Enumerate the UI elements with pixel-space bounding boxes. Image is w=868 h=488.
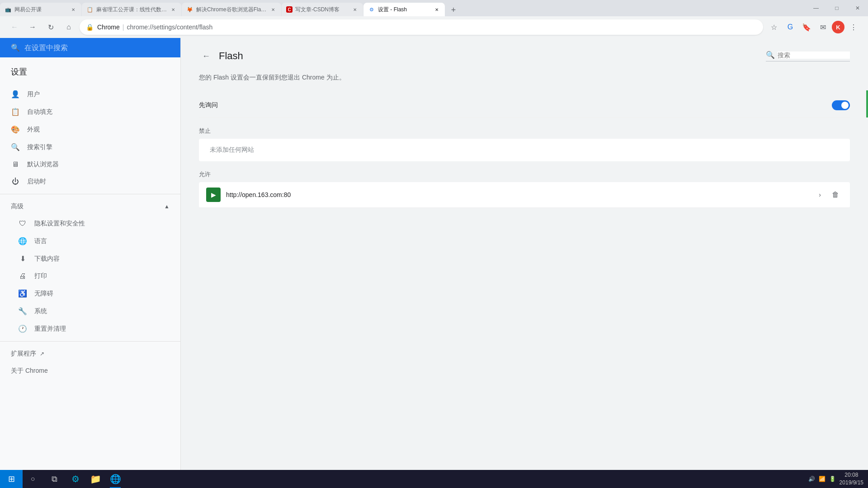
taskbar-search-icon: ○ <box>31 475 35 483</box>
allow-section-label: 允许 <box>199 170 850 178</box>
menu-icon[interactable]: ⋮ <box>846 20 861 34</box>
profile-google-icon[interactable]: G <box>783 20 797 34</box>
tab-chrome-flash[interactable]: 🦊 解决Chrome谷歌浏览器Flash插... ✕ <box>182 3 281 16</box>
taskbar-app-fan[interactable]: ⚙ <box>66 470 85 488</box>
sidebar-item-system[interactable]: 🔧 系统 <box>0 302 180 320</box>
sidebar-label-reset: 重置并清理 <box>34 325 66 333</box>
sidebar-divider-2 <box>0 341 180 342</box>
sidebar-label-download: 下载内容 <box>34 255 60 263</box>
mail-icon[interactable]: ✉ <box>816 20 830 34</box>
new-tab-button[interactable]: + <box>447 4 460 16</box>
tab-title-csdn: 写文章-CSDN博客 <box>295 6 349 14</box>
tab-close-mit[interactable]: ✕ <box>170 6 177 13</box>
allowed-site-item[interactable]: ▶ http://open.163.com:80 › 🗑 <box>199 182 850 208</box>
ask-first-toggle[interactable] <box>832 100 850 110</box>
taskbar: ⊞ ○ ⧉ ⚙ 📁 🌐 🔊 📶 🔋 20:08 2019/9/15 <box>0 470 868 488</box>
sidebar-item-about[interactable]: 关于 Chrome <box>0 362 180 380</box>
search-settings-input[interactable] <box>24 44 170 52</box>
system-icon: 🔧 <box>18 307 27 315</box>
tab-title-chrome-flash: 解决Chrome谷歌浏览器Flash插... <box>196 6 268 14</box>
tab-csdn[interactable]: C 写文章-CSDN博客 ✕ <box>282 3 363 16</box>
window-controls: — □ ✕ <box>806 0 868 16</box>
sidebar-item-download[interactable]: ⬇ 下载内容 <box>0 250 180 267</box>
tab-wangyi[interactable]: 📺 网易公开课 ✕ <box>0 3 81 16</box>
sidebar-label-appearance: 外观 <box>27 126 40 134</box>
sidebar-item-print[interactable]: 🖨 打印 <box>0 267 180 285</box>
site-url-text: http://open.163.com:80 <box>226 191 819 198</box>
back-button[interactable]: ← <box>199 49 213 63</box>
tab-favicon-chrome-flash: 🦊 <box>186 6 193 13</box>
autofill-icon: 📋 <box>11 108 20 116</box>
close-button[interactable]: ✕ <box>847 0 868 16</box>
tab-title-mit: 麻省理工公开课：线性代数_矩形... <box>96 6 168 14</box>
bookmark-star-icon[interactable]: ☆ <box>767 20 781 34</box>
taskbar-task-view[interactable]: ⧉ <box>45 470 63 488</box>
url-separator: | <box>123 23 124 31</box>
taskbar-date-text: 2019/9/15 <box>840 479 863 487</box>
privacy-icon: 🛡 <box>18 220 27 228</box>
sidebar-item-appearance[interactable]: 🎨 外观 <box>0 121 180 138</box>
sidebar-item-users[interactable]: 👤 用户 <box>0 85 180 103</box>
sidebar-item-reset[interactable]: 🕐 重置并清理 <box>0 320 180 338</box>
sidebar-advanced-arrow: ▲ <box>164 203 170 210</box>
tab-close-chrome-flash[interactable]: ✕ <box>269 6 277 13</box>
sidebar-item-startup[interactable]: ⏻ 启动时 <box>0 173 180 190</box>
taskbar-right: 🔊 📶 🔋 20:08 2019/9/15 <box>808 471 868 487</box>
sidebar-item-privacy[interactable]: 🛡 隐私设置和安全性 <box>0 215 180 232</box>
sidebar-item-default-browser[interactable]: 🖥 默认浏览器 <box>0 156 180 173</box>
back-button[interactable]: ← <box>7 20 22 34</box>
taskbar-datetime: 20:08 2019/9/15 <box>840 471 863 487</box>
titlebar: 📺 网易公开课 ✕ 📋 麻省理工公开课：线性代数_矩形... ✕ 🦊 解决Chr… <box>0 0 868 16</box>
tab-favicon-mit: 📋 <box>86 6 94 13</box>
taskbar-app-files[interactable]: 📁 <box>85 470 105 488</box>
delete-site-button[interactable]: 🗑 <box>828 188 843 202</box>
profile-avatar[interactable]: K <box>832 21 844 33</box>
taskbar-search-button[interactable]: ○ <box>23 470 43 488</box>
page-title: Flash <box>219 50 243 62</box>
forward-button[interactable]: → <box>25 20 40 34</box>
tab-mit[interactable]: 📋 麻省理工公开课：线性代数_矩形... ✕ <box>82 3 181 16</box>
sidebar-advanced-section[interactable]: 高级 ▲ <box>0 198 180 215</box>
minimize-button[interactable]: — <box>806 0 826 16</box>
sidebar-label-users: 用户 <box>27 90 40 99</box>
sidebar-item-search-engine[interactable]: 🔍 搜索引擎 <box>0 138 180 156</box>
main-content: ← Flash 🔍 您的 Flash 设置会一直保留到您退出 Chrome 为止… <box>181 38 868 470</box>
sidebar-label-extensions: 扩展程序 <box>11 350 36 358</box>
sidebar-nav: 👤 用户 📋 自动填充 🎨 外观 🔍 搜索引擎 🖥 默认浏览器 <box>0 82 180 383</box>
taskbar-battery-icon: 🔋 <box>829 476 836 482</box>
sidebar-item-accessibility[interactable]: ♿ 无障碍 <box>0 285 180 302</box>
taskbar-network-icon: 🔊 <box>808 476 815 482</box>
reload-button[interactable]: ↻ <box>43 20 58 34</box>
startup-icon: ⏻ <box>11 178 20 186</box>
url-bar[interactable]: 🔒 Chrome | chrome://settings/content/fla… <box>80 19 763 35</box>
flash-info-text: 您的 Flash 设置会一直保留到您退出 Chrome 为止。 <box>199 72 850 82</box>
tab-settings-flash[interactable]: ⚙ 设置 - Flash ✕ <box>363 3 445 16</box>
search-icon: 🔍 <box>11 43 20 52</box>
taskbar-app-chrome[interactable]: 🌐 <box>105 470 125 488</box>
settings-searchbar: 🔍 <box>0 38 180 57</box>
search-box-right: 🔍 <box>766 51 850 61</box>
default-browser-icon: 🖥 <box>11 160 20 169</box>
bookmark-icon[interactable]: 🔖 <box>799 20 814 34</box>
forbidden-site-list: 未添加任何网站 <box>199 139 850 161</box>
print-icon: 🖨 <box>18 272 27 280</box>
sidebar-label-privacy: 隐私设置和安全性 <box>34 220 85 228</box>
sidebar-label-about: 关于 Chrome <box>11 367 48 375</box>
flash-settings-panel: ← Flash 🔍 您的 Flash 设置会一直保留到您退出 Chrome 为止… <box>181 38 868 219</box>
sidebar-item-autofill[interactable]: 📋 自动填充 <box>0 103 180 121</box>
empty-forbidden-message: 未添加任何网站 <box>199 139 850 161</box>
flash-search-input[interactable] <box>778 52 850 59</box>
tab-close-wangyi[interactable]: ✕ <box>70 6 77 13</box>
reset-icon: 🕐 <box>18 324 27 333</box>
start-button[interactable]: ⊞ <box>0 470 23 488</box>
tab-close-settings-flash[interactable]: ✕ <box>433 6 440 13</box>
sidebar-title: 设置 <box>11 66 170 77</box>
settings-sidebar: 🔍 设置 👤 用户 📋 自动填充 🎨 外观 <box>0 38 181 470</box>
home-button[interactable]: ⌂ <box>61 20 76 34</box>
maximize-button[interactable]: □ <box>826 0 847 16</box>
sidebar-item-extensions[interactable]: 扩展程序 ↗ <box>0 345 180 362</box>
tab-close-csdn[interactable]: ✕ <box>351 6 359 13</box>
start-icon: ⊞ <box>8 474 15 484</box>
sidebar-label-search-engine: 搜索引擎 <box>27 143 52 151</box>
sidebar-item-language[interactable]: 🌐 语言 <box>0 232 180 250</box>
